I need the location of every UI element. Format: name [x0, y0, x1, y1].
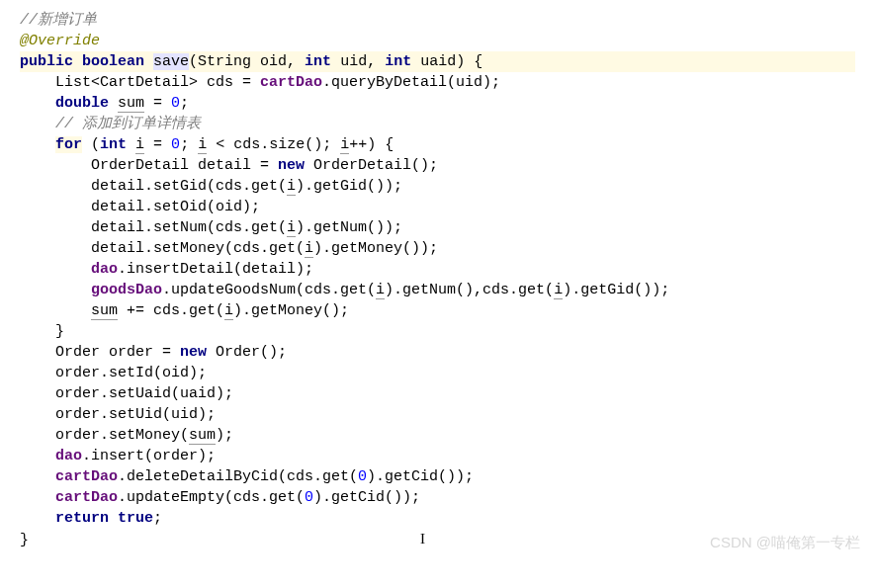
code-line: cartDao.deleteDetailByCid(cds.get(0).get… [20, 466, 855, 487]
code-line: for (int i = 0; i < cds.size(); i++) { [20, 134, 855, 155]
code-line: order.setUid(uid); [20, 404, 855, 425]
code-editor[interactable]: //新增订单 @Override public boolean save(Str… [20, 10, 855, 550]
code-line: dao.insertDetail(detail); [20, 259, 855, 280]
code-line: } [20, 321, 855, 342]
code-line: detail.setMoney(cds.get(i).getMoney()); [20, 238, 855, 259]
code-line: cartDao.updateEmpty(cds.get(0).getCid())… [20, 487, 855, 508]
code-line: // 添加到订单详情表 [20, 114, 855, 134]
watermark-text: CSDN @喵俺第一专栏 [710, 532, 860, 552]
code-line: @Override [20, 31, 855, 51]
code-line: dao.insert(order); [20, 446, 855, 466]
code-line: order.setMoney(sum); [20, 425, 855, 446]
code-line: List<CartDetail> cds = cartDao.queryByDe… [20, 72, 855, 93]
code-line: return true; [20, 508, 855, 529]
code-line: order.setId(oid); [20, 363, 855, 383]
code-line: public boolean save(String oid, int uid,… [20, 51, 855, 72]
code-line: detail.setGid(cds.get(i).getGid()); [20, 176, 855, 197]
text-cursor-icon: I [420, 531, 425, 546]
code-line: goodsDao.updateGoodsNum(cds.get(i).getNu… [20, 280, 855, 300]
code-line: order.setUaid(uaid); [20, 383, 855, 404]
code-line: //新增订单 [20, 10, 855, 31]
code-line: OrderDetail detail = new OrderDetail(); [20, 155, 855, 176]
code-line: Order order = new Order(); [20, 342, 855, 363]
code-line: sum += cds.get(i).getMoney(); [20, 300, 855, 321]
code-line: detail.setOid(oid); [20, 197, 855, 217]
code-line: detail.setNum(cds.get(i).getNum()); [20, 217, 855, 238]
code-line: double sum = 0; [20, 93, 855, 114]
